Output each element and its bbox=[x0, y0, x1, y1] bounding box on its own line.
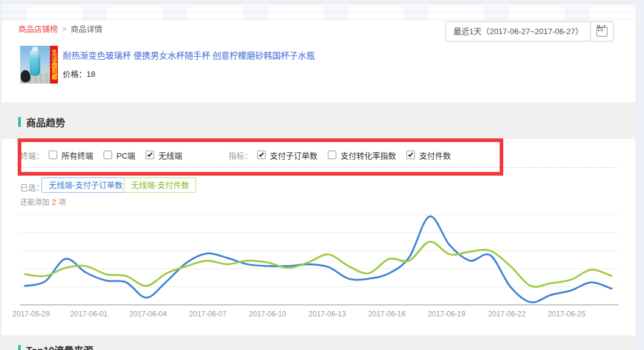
terminal-filter-group: 终端： 所有终端 PC端 无线端 bbox=[20, 150, 193, 160]
x-tick: 2017-06-19 bbox=[428, 310, 465, 318]
product-title-link[interactable]: 耐热渐变色玻璃杯 便携男女水杯随手杯 创意柠檬磨砂韩国杯子水瓶 bbox=[63, 49, 315, 61]
date-range-picker[interactable]: 最近1天（2017-06-27~2017-06-27） 15 bbox=[445, 21, 614, 41]
trend-section-header: 商品趋势 bbox=[18, 115, 65, 129]
remaining-suffix: 项 bbox=[58, 198, 66, 207]
checkbox-conversion-index[interactable]: 支付转化率指数 bbox=[328, 149, 396, 161]
watermark-pattern bbox=[2, 6, 635, 21]
section-title: 商品趋势 bbox=[26, 115, 65, 129]
checkbox-label: 无线端 bbox=[158, 149, 182, 161]
section-accent-bar bbox=[18, 117, 21, 127]
breadcrumb-item-current: 商品详情 bbox=[71, 24, 102, 34]
checkbox-label: 支付件数 bbox=[419, 149, 451, 161]
metric-filter-label: 指标： bbox=[228, 149, 252, 161]
checkbox-icon[interactable] bbox=[406, 151, 415, 159]
section-title: Top10流量来源 bbox=[26, 343, 93, 350]
x-tick: 2017-06-04 bbox=[129, 310, 166, 318]
trend-chart-area bbox=[2, 206, 635, 315]
checkbox-wireless-terminal[interactable]: 无线端 bbox=[146, 149, 182, 161]
checkbox-pc-terminal[interactable]: PC端 bbox=[104, 149, 135, 161]
checkbox-label: 支付转化率指数 bbox=[341, 149, 396, 161]
x-tick: 2017-06-01 bbox=[70, 310, 107, 318]
breadcrumb-item-rank[interactable]: 商品店铺榜 bbox=[18, 24, 58, 34]
checkbox-icon[interactable] bbox=[328, 151, 336, 159]
photo-bottle-cap bbox=[32, 47, 38, 51]
checkbox-icon[interactable] bbox=[146, 151, 154, 159]
remaining-prefix: 还能添加 bbox=[20, 198, 49, 207]
photo-hand bbox=[21, 70, 30, 82]
remaining-count: 2 bbox=[52, 198, 56, 207]
page: { "breadcrumb": { "root": "商品店铺榜", "sepa… bbox=[0, 0, 644, 350]
calendar-icon: 15 bbox=[596, 27, 607, 37]
photo-bottle bbox=[30, 50, 40, 76]
price-value: 18 bbox=[87, 70, 95, 79]
breadcrumb: 商品店铺榜>商品详情 bbox=[18, 23, 102, 34]
trend-chart bbox=[2, 206, 635, 315]
x-tick: 2017-06-07 bbox=[189, 310, 226, 318]
calendar-button[interactable]: 15 bbox=[590, 22, 613, 41]
checkbox-paid-items[interactable]: 支付件数 bbox=[406, 149, 451, 161]
breadcrumb-separator: > bbox=[62, 25, 66, 34]
section-accent-bar bbox=[18, 345, 21, 350]
selected-tag-wireless-suborders[interactable]: 无线端-支付子订单数 bbox=[41, 177, 130, 193]
product-thumbnail[interactable]: 9元全国包邮 bbox=[20, 46, 58, 84]
price-label: 价格： bbox=[63, 70, 87, 79]
x-tick: 2017-06-22 bbox=[488, 310, 525, 318]
calendar-day-number: 15 bbox=[597, 25, 598, 28]
x-axis-ticks: 2017-05-29 2017-06-01 2017-06-04 2017-06… bbox=[2, 310, 635, 321]
checkbox-paid-suborders[interactable]: 支付子订单数 bbox=[257, 149, 317, 161]
checkbox-all-terminals[interactable]: 所有终端 bbox=[49, 149, 93, 161]
checkbox-label: 支付子订单数 bbox=[270, 149, 317, 161]
x-tick: 2017-06-10 bbox=[249, 310, 286, 318]
product-price: 价格：18 bbox=[63, 68, 95, 79]
remaining-slots-hint: 还能添加2项 bbox=[20, 196, 66, 207]
checkbox-label: PC端 bbox=[116, 149, 135, 161]
x-tick: 2017-06-16 bbox=[368, 310, 405, 318]
metric-filter-group: 指标： 支付子订单数 支付转化率指数 支付件数 bbox=[228, 150, 461, 160]
product-photo bbox=[20, 46, 50, 84]
date-range-label: 最近1天（2017-06-27~2017-06-27） bbox=[446, 22, 590, 41]
x-tick: 2017-05-29 bbox=[12, 310, 49, 318]
checkbox-icon[interactable] bbox=[257, 151, 266, 159]
section-divider-band bbox=[2, 102, 635, 139]
selected-tag-wireless-items[interactable]: 无线端-支付件数 bbox=[124, 177, 196, 193]
x-tick: 2017-06-25 bbox=[548, 310, 585, 318]
checkbox-icon[interactable] bbox=[49, 151, 57, 159]
section-divider-band bbox=[2, 335, 635, 350]
dotted-separator bbox=[18, 167, 618, 168]
content-card: 商品店铺榜>商品详情 最近1天（2017-06-27~2017-06-27） 1… bbox=[2, 5, 635, 350]
checkbox-label: 所有终端 bbox=[62, 149, 93, 161]
x-tick: 2017-06-13 bbox=[308, 310, 345, 318]
traffic-section-header: Top10流量来源 bbox=[18, 343, 93, 350]
promo-badge: 9元全国包邮 bbox=[50, 46, 58, 84]
checkbox-icon[interactable] bbox=[104, 151, 112, 159]
selected-label: 已选： bbox=[20, 181, 44, 193]
terminal-filter-label: 终端： bbox=[20, 149, 44, 161]
